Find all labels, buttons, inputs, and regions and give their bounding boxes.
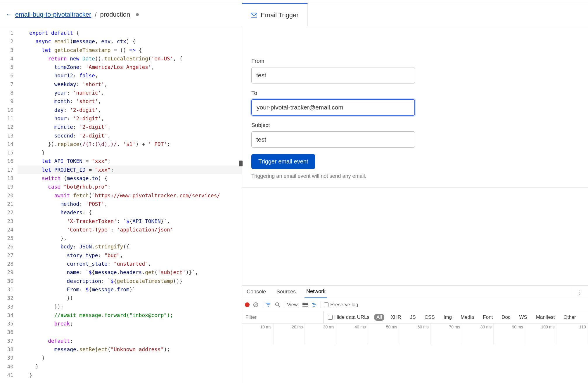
code-line[interactable]: return new Date().toLocaleString('en-US'…	[18, 54, 242, 63]
email-icon	[251, 13, 257, 18]
code-line[interactable]: hour12: false,	[18, 71, 242, 80]
filter-pill-font[interactable]: Font	[480, 314, 495, 321]
code-area[interactable]: export default { async email(message, en…	[18, 26, 242, 383]
unsaved-indicator-icon	[136, 13, 139, 16]
code-line[interactable]: export default {	[18, 29, 242, 37]
svg-rect-6	[304, 304, 308, 305]
network-filter-input[interactable]	[242, 311, 324, 323]
line-number: 24	[0, 225, 13, 234]
code-line[interactable]: year: 'numeric',	[18, 88, 242, 97]
hide-data-urls-input[interactable]	[328, 315, 333, 320]
timeline-tick: 90 ms	[494, 323, 525, 344]
tab-email-trigger[interactable]: Email Trigger	[242, 3, 308, 26]
code-line[interactable]: description: `${getLocaleTimestamp()}	[18, 277, 242, 285]
code-line[interactable]: current_state: "unstarted",	[18, 260, 242, 268]
code-line[interactable]: }).replace(/(?:(\d),)/, '$1') + ' PDT';	[18, 140, 242, 148]
code-line[interactable]: });	[18, 302, 242, 311]
code-line[interactable]: hour: '2-digit',	[18, 114, 242, 123]
search-icon[interactable]	[274, 302, 281, 308]
filter-pill-ws[interactable]: WS	[517, 314, 530, 321]
code-line[interactable]: }	[18, 362, 242, 371]
code-line[interactable]: story_type: "bug",	[18, 251, 242, 260]
code-line[interactable]: }	[18, 354, 242, 362]
code-line[interactable]: }	[18, 371, 242, 379]
filter-pill-css[interactable]: CSS	[422, 314, 437, 321]
filter-pill-js[interactable]: JS	[408, 314, 418, 321]
filter-pill-xhr[interactable]: XHR	[388, 314, 404, 321]
network-timeline[interactable]: 10 ms20 ms30 ms40 ms50 ms60 ms70 ms80 ms…	[242, 323, 588, 344]
back-arrow-icon[interactable]: ←	[6, 11, 12, 18]
line-number: 19	[0, 182, 13, 191]
line-number: 26	[0, 242, 13, 251]
code-line[interactable]: case "bot@rhub.pro":	[18, 182, 242, 191]
code-line[interactable]: timeZone: 'America/Los_Angeles',	[18, 63, 242, 71]
code-line[interactable]: })	[18, 294, 242, 302]
code-editor[interactable]: 1234567891011121314151617181920212223242…	[0, 26, 242, 383]
code-line[interactable]: break;	[18, 319, 242, 328]
line-number: 16	[0, 157, 13, 165]
svg-point-2	[276, 302, 279, 306]
code-line[interactable]: headers: {	[18, 208, 242, 217]
line-number: 33	[0, 302, 13, 311]
code-line[interactable]: }	[18, 148, 242, 157]
code-line[interactable]: month: 'short',	[18, 97, 242, 105]
line-number: 6	[0, 71, 13, 80]
line-number: 12	[0, 123, 13, 131]
code-line[interactable]: name: `${message.headers.get('subject')}…	[18, 268, 242, 276]
code-line[interactable]: method: 'POST',	[18, 200, 242, 208]
to-label: To	[251, 90, 579, 96]
to-input[interactable]	[251, 99, 415, 116]
code-line[interactable]: message.setReject("Unknown address");	[18, 345, 242, 354]
code-line[interactable]: 'Content-Type': 'application/json'	[18, 225, 242, 234]
code-line[interactable]: From: ${message.from}`	[18, 285, 242, 294]
view-list-icon[interactable]	[302, 302, 308, 308]
devtools-tab-network[interactable]: Network	[305, 285, 327, 298]
filter-pill-other[interactable]: Other	[561, 314, 578, 321]
code-line[interactable]: let API_TOKEN = "xxx";	[18, 157, 242, 165]
code-line[interactable]: //await message.forward("inbox@corp");	[18, 311, 242, 319]
breadcrumb-link[interactable]: email-bug-to-pivotaltracker	[15, 11, 91, 18]
timeline-tick: 30 ms	[305, 323, 336, 344]
filter-pill-doc[interactable]: Doc	[499, 314, 513, 321]
filter-pill-manifest[interactable]: Manifest	[534, 314, 557, 321]
filter-icon[interactable]	[265, 302, 271, 308]
view-waterfall-icon[interactable]	[311, 302, 318, 308]
code-line[interactable]	[18, 328, 242, 336]
code-line[interactable]: async email(message, env, ctx) {	[18, 37, 242, 46]
code-line[interactable]: switch (message.to) {	[18, 174, 242, 182]
svg-rect-0	[251, 13, 257, 17]
line-number: 21	[0, 200, 13, 208]
code-line[interactable]: weekday: 'short',	[18, 80, 242, 88]
devtools-menu-icon[interactable]: ⋮	[572, 287, 585, 297]
subject-input[interactable]	[251, 131, 415, 148]
code-line[interactable]: second: '2-digit',	[18, 131, 242, 140]
code-line[interactable]: minute: '2-digit',	[18, 123, 242, 131]
from-input[interactable]	[251, 67, 415, 83]
code-line[interactable]: },	[18, 234, 242, 242]
filter-pill-media[interactable]: Media	[458, 314, 476, 321]
timeline-tick: 110	[556, 323, 588, 344]
code-line[interactable]: day: '2-digit',	[18, 106, 242, 114]
line-gutter: 1234567891011121314151617181920212223242…	[0, 26, 18, 383]
record-icon[interactable]	[245, 302, 250, 307]
line-number: 10	[0, 106, 13, 114]
code-line[interactable]: await fetch(`https://www.pivotaltracker.…	[18, 191, 242, 200]
code-line[interactable]: 'X-TrackerToken': `${API_TOKEN}`,	[18, 217, 242, 225]
devtools-tab-sources[interactable]: Sources	[275, 286, 298, 298]
hide-data-urls-checkbox[interactable]: Hide data URLs	[328, 314, 369, 320]
clear-icon[interactable]	[253, 302, 259, 308]
code-line[interactable]: default:	[18, 337, 242, 345]
preserve-log-input[interactable]	[324, 302, 328, 307]
scrollbar-handle[interactable]	[239, 161, 243, 166]
from-label: From	[251, 58, 579, 64]
filter-pill-img[interactable]: Img	[441, 314, 454, 321]
code-line[interactable]: let PROJECT_ID = "xxx";	[18, 166, 242, 174]
filter-pill-all[interactable]: All	[374, 314, 384, 321]
preserve-log-checkbox[interactable]: Preserve log	[324, 302, 358, 308]
code-line[interactable]: let getLocaleTimestamp = () => {	[18, 46, 242, 54]
line-number: 23	[0, 217, 13, 225]
trigger-email-button[interactable]: Trigger email event	[251, 154, 315, 169]
code-line[interactable]: body: JSON.stringify({	[18, 242, 242, 251]
devtools-tab-console[interactable]: Console	[245, 286, 268, 298]
panel-tab-bar: Email Trigger	[242, 3, 588, 26]
